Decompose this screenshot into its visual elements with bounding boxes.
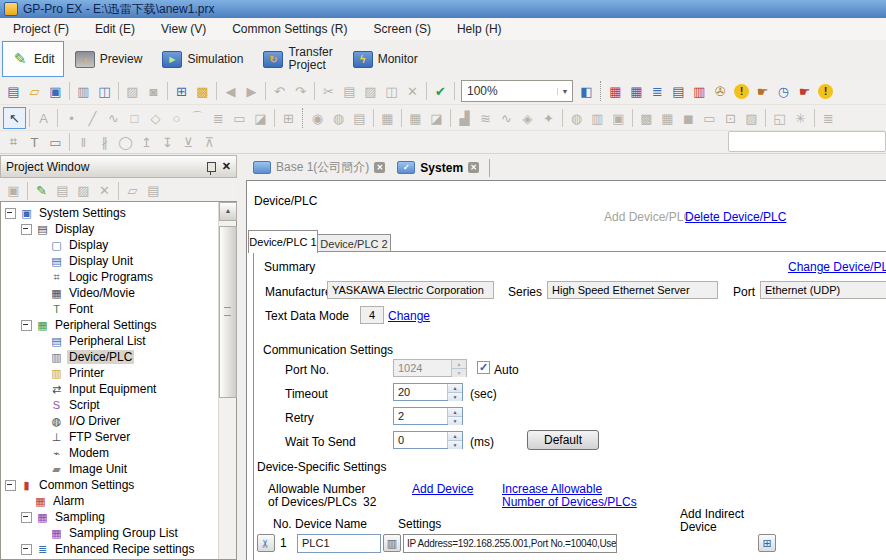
send-project-icon[interactable]: ▦ — [605, 81, 626, 101]
menu-common-settings[interactable]: Common Settings (R) — [219, 18, 360, 40]
clock-sync-icon[interactable]: ◷ — [773, 81, 794, 101]
coil-icon[interactable]: ◯ — [115, 132, 136, 152]
window-screen-icon[interactable]: ◱ — [769, 108, 790, 128]
import-image-icon[interactable]: ◪ — [250, 108, 271, 128]
tree-item-modem[interactable]: ⌁Modem — [1, 445, 218, 461]
tree-item-display-folder[interactable]: ▤Display — [1, 221, 218, 237]
film-display-icon[interactable]: ▦ — [657, 108, 678, 128]
tree-item-enhanced-recipe[interactable]: ≣Enhanced Recipe settings — [1, 541, 218, 557]
auto-checkbox[interactable]: ✓ — [477, 361, 490, 374]
manufacturer-field[interactable]: YASKAWA Electric Corporation — [327, 281, 494, 299]
collapse-icon[interactable] — [5, 480, 16, 491]
edit-mode-button[interactable]: ✎Edit — [2, 41, 64, 77]
prev-screen-icon[interactable]: ◀ — [220, 81, 241, 101]
spinner-up-icon[interactable]: ▲ — [448, 432, 462, 440]
text-display-icon[interactable]: ▣ — [608, 108, 629, 128]
copy-icon[interactable]: ▤ — [339, 81, 360, 101]
set-coil-icon[interactable]: ↥ — [136, 132, 157, 152]
graph-window-icon[interactable]: ▥ — [587, 108, 608, 128]
block-up-icon[interactable]: ⊼ — [199, 132, 220, 152]
menu-project[interactable]: Project (F) — [0, 18, 82, 40]
tree-item-display-unit[interactable]: ▤Display Unit — [1, 253, 218, 269]
collapse-icon[interactable] — [21, 512, 32, 523]
error-check-icon[interactable]: ✔ — [430, 81, 451, 101]
line-tool-icon[interactable]: ╱ — [82, 108, 103, 128]
tree-item-script[interactable]: SScript — [1, 397, 218, 413]
delete-item-icon[interactable]: ✕ — [94, 181, 115, 201]
increase-allowable-link-line2[interactable]: Number of Devices/PLCs — [502, 495, 637, 509]
spinner-up-icon[interactable]: ▲ — [448, 408, 462, 416]
add-indirect-device-button[interactable]: ⊞ — [758, 534, 776, 552]
device-settings-button[interactable]: ▥ — [383, 534, 401, 552]
rect-tool-icon[interactable]: □ — [124, 108, 145, 128]
wait-to-send-spinner[interactable]: 0 ▲▼ — [393, 431, 463, 449]
line-graph-icon[interactable]: ∿ — [496, 108, 517, 128]
date-display-icon[interactable]: ▦ — [377, 108, 398, 128]
copy-item-icon[interactable]: ▤ — [52, 181, 73, 201]
screen-list-icon[interactable]: ▣ — [3, 181, 24, 201]
close-tab-icon[interactable]: ✕ — [374, 162, 385, 173]
monitor-button[interactable]: ϟMonitor — [344, 41, 427, 77]
doc-tab-2[interactable]: ✓System✕ — [393, 159, 483, 177]
paste-item-icon[interactable]: ▨ — [73, 181, 94, 201]
switch-part-icon[interactable]: ◉ — [307, 108, 328, 128]
edit-item-icon[interactable]: ✎ — [31, 181, 52, 201]
tree-item-image-unit[interactable]: ▰Image Unit — [1, 461, 218, 477]
wait-to-send-value[interactable]: 0 — [394, 432, 447, 448]
delete-icon[interactable]: ✕ — [402, 81, 423, 101]
data-display-icon[interactable]: ▤ — [349, 108, 370, 128]
duplicate-icon[interactable]: ◫ — [381, 81, 402, 101]
menu-screen[interactable]: Screen (S) — [361, 18, 444, 40]
tree-item-font[interactable]: TFont — [1, 301, 218, 317]
series-field[interactable]: High Speed Ethernet Server — [547, 281, 718, 299]
tree-item-common-settings[interactable]: ▮Common Settings — [1, 477, 218, 493]
contact-b-icon[interactable]: ∦ — [94, 132, 115, 152]
picture-display-icon[interactable]: ▨ — [741, 108, 762, 128]
arc-tool-icon[interactable]: ⌒ — [187, 108, 208, 128]
circle-tool-icon[interactable]: ○ — [166, 108, 187, 128]
cursor-icon[interactable]: ↖ — [3, 107, 26, 129]
port-no-spinner[interactable]: 1024 ▲▼ — [393, 359, 467, 377]
tree-item-logic-programs[interactable]: ⌗Logic Programs — [1, 269, 218, 285]
paste-icon[interactable]: ▨ — [360, 81, 381, 101]
scroll-up-icon[interactable]: ▲ — [219, 202, 237, 221]
contact-a-icon[interactable]: ‖ — [73, 132, 94, 152]
preview-button[interactable]: ●Preview — [66, 41, 152, 77]
menu-help[interactable]: Help (H) — [444, 18, 515, 40]
tree-item-device-plc[interactable]: ▥Device/PLC — [1, 349, 218, 365]
tree-item-printer[interactable]: ▥Printer — [1, 365, 218, 381]
table-icon[interactable]: ⊞ — [278, 108, 299, 128]
parts-list-icon[interactable]: ≣ — [818, 108, 839, 128]
warning-icon[interactable]: ! — [818, 84, 833, 99]
collapse-icon[interactable] — [5, 208, 16, 219]
csv-export-icon[interactable]: ▤ — [668, 81, 689, 101]
collapse-icon[interactable] — [21, 544, 32, 555]
image-screen-icon[interactable]: ▭ — [229, 108, 250, 128]
capture-icon[interactable]: ◙ — [143, 81, 164, 101]
bar-graph-icon[interactable]: ▟ — [454, 108, 475, 128]
parts-spacing-icon[interactable]: ⌗ — [3, 132, 24, 152]
collapse-icon[interactable] — [21, 224, 32, 235]
zoom-select[interactable]: 100%▼ — [461, 80, 573, 102]
tree-item-peripheral-list[interactable]: ▤Peripheral List — [1, 333, 218, 349]
spinner-up-icon[interactable]: ▲ — [448, 384, 462, 392]
collapse-icon[interactable] — [21, 320, 32, 331]
spinner-down-icon[interactable]: ▼ — [448, 416, 462, 425]
retry-spinner[interactable]: 2 ▲▼ — [393, 407, 463, 425]
timeout-spinner[interactable]: 20 ▲▼ — [393, 383, 463, 401]
historical-lamp-icon[interactable]: ◍ — [566, 108, 587, 128]
lamp-label-icon[interactable]: ▭ — [45, 132, 66, 152]
window-parts-icon[interactable]: ▩ — [636, 108, 657, 128]
keypad-icon[interactable]: ▦ — [405, 108, 426, 128]
data-block-graph-icon[interactable]: ◈ — [517, 108, 538, 128]
movie-player-icon[interactable]: ◼ — [678, 108, 699, 128]
screen-preview-icon[interactable]: ◧ — [576, 81, 597, 101]
open-project-icon[interactable]: ▱ — [24, 81, 45, 101]
doc-view-icon[interactable]: ▱ — [122, 181, 143, 201]
change-link[interactable]: Change — [388, 309, 430, 323]
tree-item-sampling-group-list[interactable]: ▦Sampling Group List — [1, 525, 218, 541]
spinner-down-icon[interactable]: ▼ — [448, 440, 462, 449]
polyline-tool-icon[interactable]: ∿ — [103, 108, 124, 128]
close-icon[interactable]: ✕ — [222, 160, 231, 173]
copy-screen-icon[interactable]: ▩ — [192, 81, 213, 101]
